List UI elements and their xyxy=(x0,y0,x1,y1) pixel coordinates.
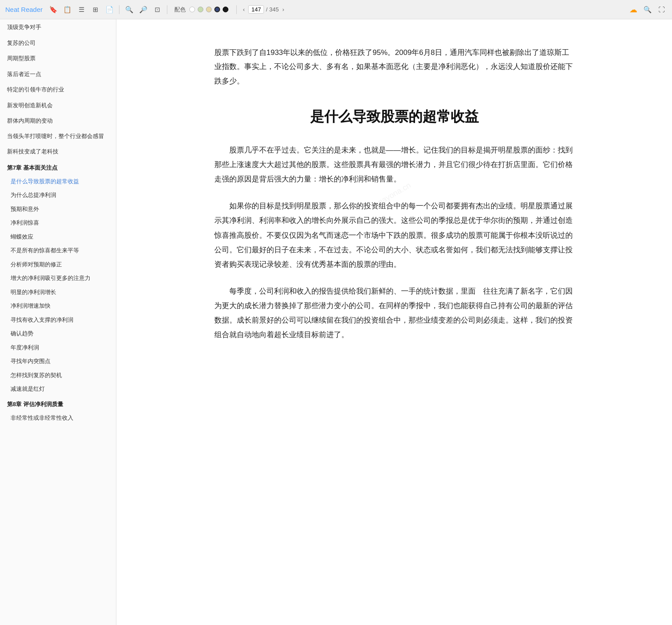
color-light-green[interactable] xyxy=(198,7,203,12)
main-content: nayona.cn 股票下跌到了自1933年以来的低位，价格狂跌了95%。200… xyxy=(116,19,672,625)
sidebar-item-12[interactable]: 预期和意外 xyxy=(0,202,116,216)
divider-3 xyxy=(236,5,237,14)
color-black[interactable] xyxy=(223,7,228,12)
sidebar-item-14[interactable]: 蝴蝶效应 xyxy=(0,230,116,244)
sidebar-item-21[interactable]: 确认趋势 xyxy=(0,327,116,341)
grid-icon[interactable]: ⊞ xyxy=(90,4,101,15)
sidebar-item-15[interactable]: 不是所有的惊喜都生来平等 xyxy=(0,243,116,258)
sidebar-item-2[interactable]: 复苏的公司 xyxy=(0,35,116,51)
sidebar-item-1[interactable]: 顶级竞争对手 xyxy=(0,19,116,35)
content-area: nayona.cn 股票下跌到了自1933年以来的低位，价格狂跌了95%。200… xyxy=(214,46,574,342)
sidebar-item-4[interactable]: 落后者近一点 xyxy=(0,66,116,82)
prev-page-btn[interactable]: ‹ xyxy=(241,5,246,14)
bookmark-icon[interactable]: 🔖 xyxy=(48,4,58,15)
sidebar-item-7[interactable]: 群体内周期的变动 xyxy=(0,113,116,129)
document-icon[interactable]: 📄 xyxy=(104,4,115,15)
body-paragraph-3: 每季度，公司利润和收入的报告提供给我们新鲜的、一手的统计数据，里面 往往充满了新… xyxy=(214,284,574,342)
body-paragraph-2: 如果你的目标是找到明星股票，那么你的投资组合中的每一个公司都要拥有杰出的业绩。明… xyxy=(214,199,574,272)
sidebar-item-13[interactable]: 净利润惊喜 xyxy=(0,216,116,230)
app-title: Neat Reader xyxy=(5,6,43,13)
page-input[interactable] xyxy=(248,5,264,14)
search-icon[interactable]: 🔍 xyxy=(642,4,653,15)
color-section: 配色 xyxy=(174,6,229,14)
body-paragraph-1: 股票几乎不在乎过去。它关注的是未来，也就是——增长。记住我们的目标是揭开明星股票… xyxy=(214,143,574,186)
cloud-icon[interactable]: ☁ xyxy=(628,4,639,15)
search-large-icon[interactable]: 🔎 xyxy=(138,4,148,15)
color-dark-blue[interactable] xyxy=(214,7,220,12)
sidebar-item-19[interactable]: 净利润增速加快 xyxy=(0,299,116,313)
layout: 顶级竞争对手 复苏的公司 周期型股票 落后者近一点 特定的引领牛市的行业 新发明… xyxy=(0,19,672,625)
sidebar-item-17[interactable]: 增大的净利润吸引更多的注意力 xyxy=(0,271,116,285)
page-total: 345 xyxy=(269,6,279,13)
divider-1 xyxy=(119,5,119,14)
sidebar-item-8[interactable]: 当领头羊打喷嚏时，整个行业都会感冒 xyxy=(0,129,116,144)
sidebar-item-9[interactable]: 新科技变成了老科技 xyxy=(0,144,116,160)
sidebar-item-23[interactable]: 寻找年内突围点 xyxy=(0,354,116,368)
sidebar-item-26[interactable]: 非经常性或非经常性收入 xyxy=(0,411,116,425)
sidebar-item-16[interactable]: 分析师对预期的修正 xyxy=(0,258,116,272)
sidebar-item-10[interactable]: 是什么导致股票的超常收益 xyxy=(0,174,116,189)
color-white[interactable] xyxy=(189,7,195,12)
color-label: 配色 xyxy=(174,6,186,14)
sidebar-item-22[interactable]: 年度净利润 xyxy=(0,341,116,355)
color-light-yellow[interactable] xyxy=(206,7,212,12)
sidebar-item-11[interactable]: 为什么总提净利润 xyxy=(0,188,116,202)
sidebar-chapter-7: 第7章 基本面关注点 xyxy=(0,160,116,174)
sidebar: 顶级竞争对手 复苏的公司 周期型股票 落后者近一点 特定的引领牛市的行业 新发明… xyxy=(0,19,116,625)
next-page-btn[interactable]: › xyxy=(281,5,286,14)
sidebar-item-3[interactable]: 周期型股票 xyxy=(0,51,116,66)
menu-icon[interactable]: ☰ xyxy=(76,4,87,15)
sidebar-chapter-8: 第8章 评估净利润质量 xyxy=(0,396,116,411)
sidebar-item-20[interactable]: 寻找有收入支撑的净利润 xyxy=(0,313,116,327)
divider-2 xyxy=(167,5,167,14)
resize-icon[interactable]: ⊡ xyxy=(152,4,163,15)
chapter-heading: 是什么导致股票的超常收益 xyxy=(214,106,574,127)
sidebar-item-5[interactable]: 特定的引领牛市的行业 xyxy=(0,82,116,98)
toolbar: Neat Reader 🔖 📋 ☰ ⊞ 📄 🔍 🔎 ⊡ 配色 ‹ / 345 ›… xyxy=(0,0,672,19)
page-separator: / xyxy=(266,6,267,13)
fullscreen-icon[interactable]: ⛶ xyxy=(656,4,667,15)
layers-icon[interactable]: 📋 xyxy=(62,4,72,15)
sidebar-item-6[interactable]: 新发明创造新机会 xyxy=(0,98,116,113)
intro-paragraph: 股票下跌到了自1933年以来的低位，价格狂跌了95%。2009年6月8日，通用汽… xyxy=(214,46,574,88)
page-nav: ‹ / 345 › xyxy=(241,5,286,14)
sidebar-item-25[interactable]: 减速就是红灯 xyxy=(0,382,116,396)
search-small-icon[interactable]: 🔍 xyxy=(124,4,134,15)
sidebar-item-18[interactable]: 明显的净利润增长 xyxy=(0,285,116,299)
sidebar-item-24[interactable]: 怎样找到复苏的契机 xyxy=(0,368,116,382)
